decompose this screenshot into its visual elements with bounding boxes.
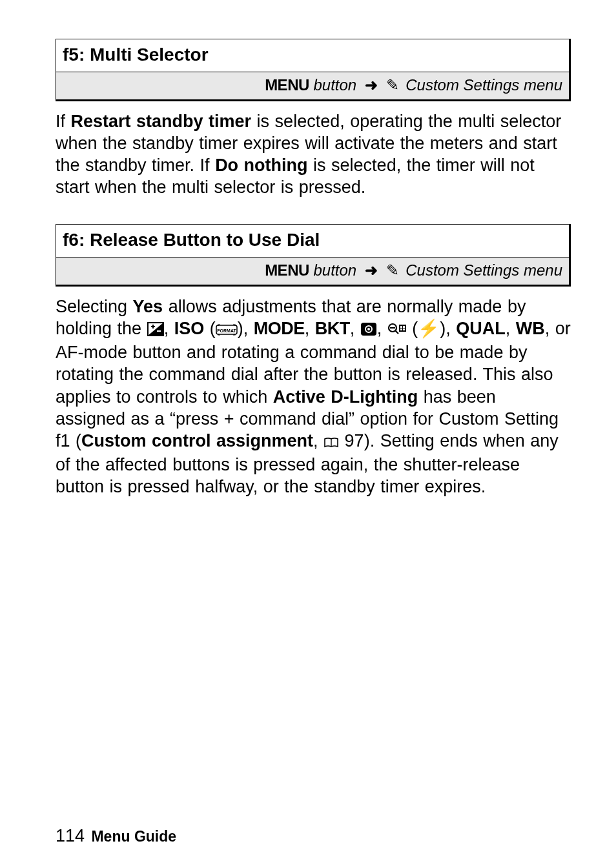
text: , xyxy=(377,319,387,338)
bold-text: Active D-Lighting xyxy=(273,387,418,407)
text: , xyxy=(446,319,456,338)
text: , xyxy=(506,319,516,338)
page-ref: 97 xyxy=(345,431,364,450)
metering-icon xyxy=(360,319,377,341)
text: , xyxy=(350,319,360,338)
mode-label: MODE xyxy=(254,319,305,338)
bkt-label: BKT xyxy=(315,319,350,338)
text: , xyxy=(164,319,174,338)
bold-text: Do nothing xyxy=(215,156,307,175)
wb-label: WB xyxy=(516,319,545,338)
zoom-flash-icon xyxy=(387,319,407,341)
iso-label: ISO xyxy=(174,319,205,338)
button-word: button xyxy=(313,261,356,279)
text: ) xyxy=(440,319,446,338)
text: ( xyxy=(204,319,216,338)
svg-rect-13 xyxy=(403,326,405,328)
svg-point-7 xyxy=(367,328,370,330)
page-footer: 114 Menu Guide xyxy=(56,826,176,846)
arrow-icon: ➜ xyxy=(361,76,382,94)
footer-label: Menu Guide xyxy=(91,828,176,845)
breadcrumb-f5: MENU button ➜ ✎ Custom Settings menu xyxy=(56,72,569,99)
menu-button-label: MENU xyxy=(265,76,309,94)
section-header-f5: f5: Multi Selector MENU button ➜ ✎ Custo… xyxy=(56,39,571,101)
text: , xyxy=(313,431,323,450)
svg-line-9 xyxy=(395,330,398,334)
menu-button-label: MENU xyxy=(265,261,309,279)
custom-settings-label: Custom Settings menu xyxy=(406,76,562,94)
breadcrumb-f6: MENU button ➜ ✎ Custom Settings menu xyxy=(56,257,569,285)
text: If xyxy=(56,112,71,131)
qual-label: QUAL xyxy=(456,319,506,338)
pencil-icon: ✎ xyxy=(386,76,402,94)
section-title-f6: f6: Release Button to Use Dial xyxy=(56,225,569,257)
pencil-icon: ✎ xyxy=(386,261,402,279)
page-number: 114 xyxy=(56,826,85,845)
text: Selecting xyxy=(56,297,133,316)
svg-rect-11 xyxy=(399,325,406,332)
section-title-f5: f5: Multi Selector xyxy=(56,39,569,72)
bold-text: Restart standby timer xyxy=(71,112,252,131)
svg-rect-14 xyxy=(400,328,402,330)
text: , xyxy=(305,319,315,338)
book-icon xyxy=(323,432,339,454)
flash-icon: ⚡ xyxy=(418,319,440,338)
text: , xyxy=(243,319,254,338)
svg-rect-12 xyxy=(400,326,402,328)
exposure-comp-icon xyxy=(147,319,164,341)
format-icon: FORMAT xyxy=(216,319,238,341)
svg-text:FORMAT: FORMAT xyxy=(217,328,236,333)
button-word: button xyxy=(313,76,356,94)
svg-rect-15 xyxy=(403,328,405,330)
arrow-icon: ➜ xyxy=(361,261,382,279)
paragraph-f6: Selecting Yes allows adjustments that ar… xyxy=(56,296,571,497)
bold-text: Custom control assignment xyxy=(81,431,313,450)
bold-text: Yes xyxy=(133,297,163,316)
paragraph-f5: If Restart standby timer is selected, op… xyxy=(56,110,571,198)
section-header-f6: f6: Release Button to Use Dial MENU butt… xyxy=(56,224,571,287)
text: ( xyxy=(407,319,418,338)
text: ) xyxy=(238,319,243,338)
custom-settings-label: Custom Settings menu xyxy=(406,261,562,279)
